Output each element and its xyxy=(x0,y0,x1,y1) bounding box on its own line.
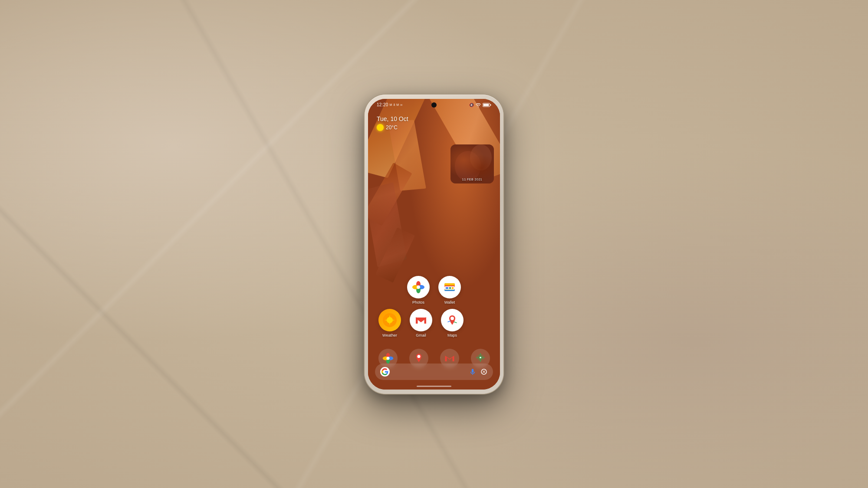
weather-sun-icon xyxy=(377,124,384,131)
app-wallet[interactable]: Wallet xyxy=(438,276,461,305)
status-icon-msg1: M xyxy=(390,103,392,106)
photos-label: Photos xyxy=(412,300,424,305)
svg-rect-1 xyxy=(490,104,491,105)
svg-point-29 xyxy=(450,317,454,320)
crystal-overlay xyxy=(368,99,500,390)
photos-icon xyxy=(407,276,430,298)
svg-point-36 xyxy=(386,357,389,360)
app-gmail[interactable]: Gmail xyxy=(410,309,432,337)
app-photos[interactable]: Photos xyxy=(407,276,430,305)
microphone-icon[interactable] xyxy=(469,368,477,376)
google-g-logo xyxy=(380,367,390,377)
status-time: 12:20 xyxy=(377,102,388,107)
svg-rect-2 xyxy=(483,104,489,106)
svg-point-22 xyxy=(387,317,393,323)
search-bar[interactable] xyxy=(375,364,493,380)
weather-temp: 20°C xyxy=(386,124,398,131)
status-left: 12:20 M δ M ∞ xyxy=(377,102,402,107)
photos-pinwheel-svg xyxy=(411,280,425,294)
app-row-1: Photos xyxy=(372,276,496,305)
dock-maps-icon xyxy=(413,352,425,364)
maps-icon-svg xyxy=(445,313,459,327)
svg-point-37 xyxy=(417,355,420,358)
dock-find-icon xyxy=(474,352,487,364)
svg-point-11 xyxy=(417,285,420,289)
app-maps[interactable]: Maps xyxy=(441,309,464,337)
phone-container: 12:20 M δ M ∞ 🔇 xyxy=(365,95,503,394)
wallpaper xyxy=(368,99,500,390)
date-widget: Tue, 10 Oct 20°C xyxy=(377,115,408,131)
status-icon-msg4: ∞ xyxy=(400,103,402,106)
svg-point-46 xyxy=(483,370,485,373)
gmail-icon xyxy=(410,309,432,331)
maps-icon xyxy=(441,309,464,331)
wallet-icon-svg xyxy=(442,280,457,295)
gmail-label: Gmail xyxy=(416,333,426,337)
svg-point-5 xyxy=(470,144,492,170)
app-row-2: Weather Gm xyxy=(368,309,496,337)
weather-icon xyxy=(378,309,401,331)
lens-icon[interactable] xyxy=(480,368,488,376)
memory-date: 11 FEB 2021 xyxy=(450,178,494,181)
status-icon-msg2: δ xyxy=(393,103,395,106)
svg-rect-19 xyxy=(449,287,451,289)
gmail-icon-svg xyxy=(414,313,428,327)
wallet-label: Wallet xyxy=(444,300,455,305)
wifi-icon xyxy=(475,103,481,107)
status-right: 🔇 xyxy=(469,103,491,107)
wallet-icon xyxy=(438,276,461,298)
weather-icon-svg xyxy=(383,313,397,327)
weather-row: 20°C xyxy=(377,124,408,131)
status-icon-msg3: M xyxy=(396,103,399,106)
camera-notch xyxy=(431,102,437,108)
home-indicator xyxy=(417,386,451,387)
app-grid: Photos xyxy=(368,276,500,342)
svg-point-4 xyxy=(455,151,481,181)
svg-rect-18 xyxy=(446,287,448,289)
google-logo-svg xyxy=(381,368,388,375)
date-text: Tue, 10 Oct xyxy=(377,115,408,122)
dock-photos-icon xyxy=(382,352,394,364)
memory-image: 11 FEB 2021 xyxy=(450,144,494,183)
memory-widget[interactable]: 11 FEB 2021 xyxy=(450,144,494,183)
weather-label: Weather xyxy=(382,333,397,337)
app-weather[interactable]: Weather xyxy=(378,309,401,337)
maps-label: Maps xyxy=(447,333,457,337)
battery-icon xyxy=(483,103,491,107)
dock-gmail-icon xyxy=(444,352,456,364)
svg-point-40 xyxy=(480,357,481,358)
svg-rect-20 xyxy=(452,287,454,289)
mute-icon: 🔇 xyxy=(469,103,474,107)
phone-screen: 12:20 M δ M ∞ 🔇 xyxy=(368,99,500,390)
